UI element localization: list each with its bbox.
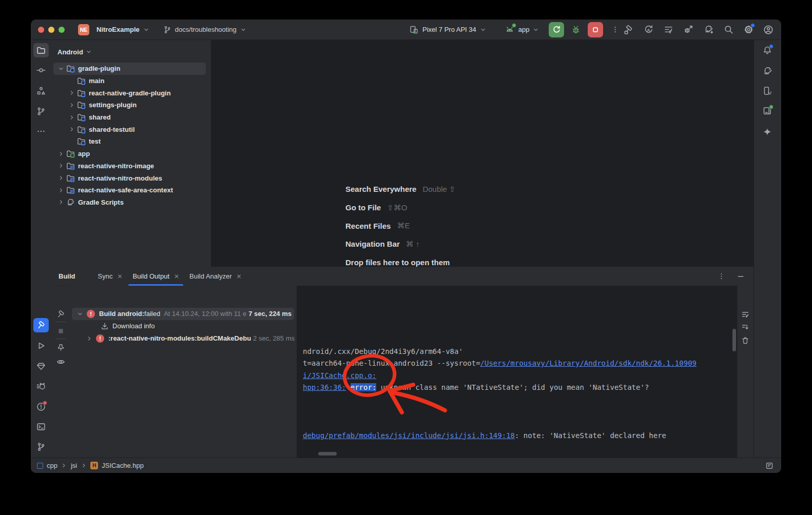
close-tab-icon[interactable]: ✕ bbox=[117, 273, 122, 280]
breadcrumb-file[interactable]: JSICache.hpp bbox=[102, 462, 144, 469]
tree-item-main[interactable]: main bbox=[51, 75, 211, 87]
tab-sync[interactable]: Sync✕ bbox=[93, 267, 128, 286]
project-tree: gradle-plugin main react-native-gradle-p… bbox=[51, 63, 211, 208]
options-kebab-icon[interactable] bbox=[716, 271, 727, 282]
horizontal-scrollbar[interactable] bbox=[318, 452, 337, 455]
vertical-scrollbar[interactable] bbox=[732, 329, 736, 351]
ai-assistant-button[interactable] bbox=[760, 125, 775, 139]
chevron-down-icon[interactable] bbox=[75, 309, 85, 319]
chevron-right-icon[interactable] bbox=[56, 173, 66, 183]
notifications-button[interactable] bbox=[760, 43, 775, 57]
terminal-tool-button[interactable] bbox=[33, 420, 49, 434]
soft-wrap-icon[interactable] bbox=[739, 308, 752, 321]
tree-item-app[interactable]: app bbox=[51, 148, 211, 160]
branch-selector[interactable]: docs/troubleshooting bbox=[163, 24, 247, 35]
tree-item-gradle-scripts[interactable]: Gradle Scripts bbox=[51, 196, 211, 209]
run-tool-button[interactable] bbox=[33, 339, 49, 353]
tab-build-analyzer[interactable]: Build Analyzer✕ bbox=[184, 267, 246, 286]
run-configuration-selector[interactable]: app bbox=[504, 24, 540, 35]
breadcrumb: cpp jsi H JSICache.hpp bbox=[37, 460, 144, 471]
breadcrumb-jsi[interactable]: jsi bbox=[71, 462, 77, 469]
close-tab-icon[interactable]: ✕ bbox=[236, 273, 241, 280]
file-link[interactable]: hpp:36:36: bbox=[303, 383, 346, 391]
status-bar: cpp jsi H JSICache.hpp bbox=[31, 458, 781, 473]
attach-debugger-icon[interactable] bbox=[683, 24, 694, 35]
tab-build-output[interactable]: Build Output✕ bbox=[127, 267, 184, 286]
tree-item-test[interactable]: test bbox=[51, 135, 211, 148]
profile-icon[interactable] bbox=[763, 24, 774, 35]
build-tool-window: Build Sync✕ Build Output✕ Build Analyzer… bbox=[51, 267, 753, 458]
shortcut-keys: ⌘E bbox=[397, 221, 410, 230]
debug-button[interactable] bbox=[570, 24, 582, 35]
tree-item-react-native-nitro-image[interactable]: react-native-nitro-image bbox=[51, 160, 211, 172]
file-link[interactable]: i/JSICache.cpp.o: bbox=[303, 371, 376, 380]
clear-all-trash-icon[interactable] bbox=[739, 334, 752, 347]
apply-code-changes-icon[interactable] bbox=[663, 24, 674, 35]
chevron-down-icon[interactable] bbox=[56, 64, 66, 73]
apply-changes-restart-icon[interactable]: A bbox=[643, 24, 654, 35]
app-quality-insights-button[interactable] bbox=[33, 359, 49, 373]
close-tab-icon[interactable]: ✕ bbox=[174, 273, 179, 280]
project-selector[interactable]: NE NitroExample bbox=[78, 24, 150, 35]
file-link[interactable]: debug/prefab/modules/jsi/include/jsi/jsi… bbox=[303, 431, 515, 440]
gradle-tool-button[interactable] bbox=[760, 64, 775, 78]
build-download-row[interactable]: Download info bbox=[70, 320, 296, 332]
build-root-row[interactable]: ! Build android: failed At 14.10.24, 12:… bbox=[70, 308, 296, 320]
tree-item-gradle-plugin[interactable]: gradle-plugin bbox=[51, 63, 211, 75]
project-view-selector[interactable]: Android bbox=[51, 40, 211, 57]
search-icon[interactable] bbox=[723, 24, 734, 35]
tree-item-react-native-nitro-modules[interactable]: react-native-nitro-modules bbox=[51, 172, 211, 184]
build-project-icon[interactable] bbox=[623, 24, 634, 35]
view-options-eye-icon[interactable] bbox=[53, 354, 68, 369]
scroll-to-end-icon[interactable] bbox=[739, 321, 752, 333]
rerun-button[interactable] bbox=[549, 22, 564, 37]
tree-item-react-native-safe-area-context[interactable]: react-native-safe-area-context bbox=[51, 184, 211, 196]
stop-button[interactable] bbox=[588, 22, 603, 37]
reader-mode-icon[interactable] bbox=[764, 460, 775, 471]
problems-tool-button[interactable] bbox=[33, 400, 49, 414]
settings-gear-icon[interactable] bbox=[743, 24, 754, 35]
pull-requests-tool-button[interactable] bbox=[33, 104, 49, 118]
tree-item-react-native-gradle-plugin[interactable]: react-native-gradle-plugin bbox=[51, 87, 211, 99]
chevron-right-icon[interactable] bbox=[67, 113, 76, 122]
hide-panel-icon[interactable] bbox=[735, 271, 746, 282]
device-selector[interactable]: Pixel 7 Pro API 34 bbox=[408, 24, 487, 35]
more-tool-windows-button[interactable] bbox=[33, 124, 49, 138]
pin-tab-icon[interactable] bbox=[53, 340, 68, 354]
chevron-right-icon[interactable] bbox=[67, 101, 76, 110]
more-icon bbox=[36, 127, 46, 136]
zoom-window-button[interactable] bbox=[59, 27, 65, 33]
minimize-window-button[interactable] bbox=[48, 27, 54, 33]
chevron-right-icon[interactable] bbox=[67, 125, 76, 134]
build-task-row[interactable]: ! :react-native-nitro-modules:buildCMake… bbox=[70, 332, 296, 345]
stop-build-icon[interactable] bbox=[53, 324, 68, 338]
build-hammer-icon bbox=[36, 321, 46, 330]
breadcrumb-cpp[interactable]: cpp bbox=[47, 462, 57, 469]
chevron-right-icon[interactable] bbox=[85, 334, 94, 343]
device-manager-button[interactable] bbox=[760, 84, 775, 98]
project-tool-button[interactable] bbox=[33, 43, 49, 57]
gradle-elephant-icon bbox=[66, 197, 75, 207]
chevron-right-icon[interactable] bbox=[56, 161, 66, 170]
gradle-sync-icon[interactable] bbox=[703, 24, 714, 35]
build-tool-button[interactable] bbox=[33, 318, 49, 332]
close-window-button[interactable] bbox=[38, 27, 44, 33]
chevron-right-icon[interactable] bbox=[56, 149, 66, 159]
more-run-actions-button[interactable] bbox=[609, 24, 621, 35]
tree-item-shared[interactable]: shared bbox=[51, 111, 211, 124]
chevron-right-icon[interactable] bbox=[56, 186, 66, 195]
chevron-right-icon[interactable] bbox=[67, 88, 76, 97]
chevron-right-icon[interactable] bbox=[56, 197, 66, 207]
logcat-cat-icon bbox=[36, 382, 46, 391]
project-panel: Android gradle-plugin main react-native-… bbox=[51, 40, 211, 267]
build-filter-hammer-icon[interactable] bbox=[53, 307, 68, 321]
git-tool-button[interactable] bbox=[33, 440, 49, 454]
structure-tool-button[interactable] bbox=[33, 84, 49, 98]
file-link[interactable]: /Users/mrousavy/Library/Android/sdk/ndk/… bbox=[480, 359, 697, 367]
shortcut-label: Go to File bbox=[345, 203, 381, 212]
running-devices-button[interactable] bbox=[760, 104, 775, 118]
logcat-tool-button[interactable] bbox=[33, 379, 49, 393]
tree-item-shared-testutil[interactable]: shared-testutil bbox=[51, 123, 211, 135]
commit-tool-button[interactable] bbox=[33, 63, 49, 77]
tree-item-settings-plugin[interactable]: settings-plugin bbox=[51, 99, 211, 111]
